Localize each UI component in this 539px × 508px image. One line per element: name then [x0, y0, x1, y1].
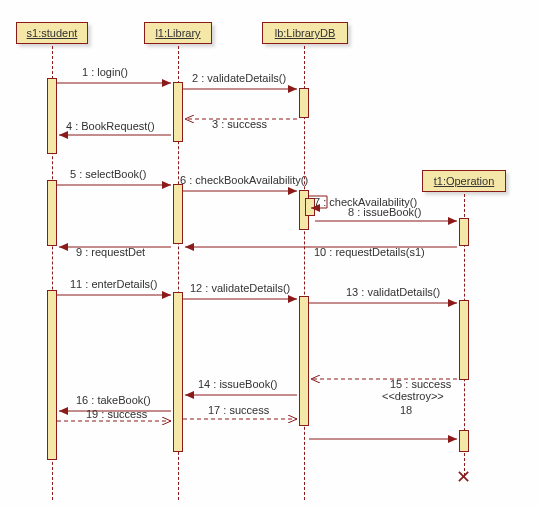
label-destroy: <<destroy>>	[382, 390, 444, 402]
sequence-diagram: s1:student l1:Library lb:LibraryDB t1:Op…	[0, 0, 539, 508]
arrow-m12	[183, 296, 299, 302]
activation-student-2	[47, 180, 57, 246]
label-m6: 6 : checkBookAvailability()	[180, 174, 308, 186]
arrow-m17	[183, 416, 299, 422]
label-m5: 5 : selectBook()	[70, 168, 146, 180]
label-m19: 19 : success	[86, 408, 147, 420]
activation-library-3	[173, 292, 183, 452]
arrow-m13	[309, 300, 459, 306]
arrow-m8	[315, 218, 459, 224]
arrow-m5	[57, 182, 173, 188]
activation-student-1	[47, 78, 57, 154]
label-m10: 10 : requestDetails(s1)	[314, 246, 425, 258]
lifeline-student: s1:student	[16, 22, 88, 44]
activation-librarydb-1	[299, 88, 309, 118]
activation-library-2	[173, 184, 183, 244]
lifeline-librarydb: lb:LibraryDB	[262, 22, 348, 44]
activation-library-1	[173, 82, 183, 142]
arrow-m4	[57, 132, 173, 138]
arrow-m6	[183, 188, 299, 194]
label-m14: 14 : issueBook()	[198, 378, 277, 390]
activation-operation-1	[459, 218, 469, 246]
arrow-m1	[57, 80, 173, 86]
label-m15: 15 : success	[390, 378, 451, 390]
label-m18: 18	[400, 404, 412, 416]
label-m8: 8 : issueBook()	[348, 206, 421, 218]
lifeline-operation: t1:Operation	[422, 170, 506, 192]
label-m4: 4 : BookRequest()	[66, 120, 155, 132]
activation-student-3	[47, 290, 57, 460]
label-m2: 2 : validateDetails()	[192, 72, 286, 84]
label-m9: 9 : requestDet	[76, 246, 145, 258]
label-m13: 13 : validatDetails()	[346, 286, 440, 298]
arrow-m11	[57, 292, 173, 298]
arrow-m2	[183, 86, 299, 92]
lifeline-library: l1:Library	[144, 22, 212, 44]
arrow-m18	[309, 436, 459, 442]
destroy-icon: ✕	[456, 466, 471, 488]
label-m3: 3 : success	[212, 118, 267, 130]
activation-librarydb-3	[299, 296, 309, 426]
label-m17: 17 : success	[208, 404, 269, 416]
label-m16: 16 : takeBook()	[76, 394, 151, 406]
label-m11: 11 : enterDetails()	[70, 278, 157, 290]
arrow-m14	[183, 392, 299, 398]
label-m1: 1 : login()	[82, 66, 128, 78]
label-m12: 12 : validateDetails()	[190, 282, 290, 294]
activation-operation-3	[459, 430, 469, 452]
activation-operation-2	[459, 300, 469, 380]
